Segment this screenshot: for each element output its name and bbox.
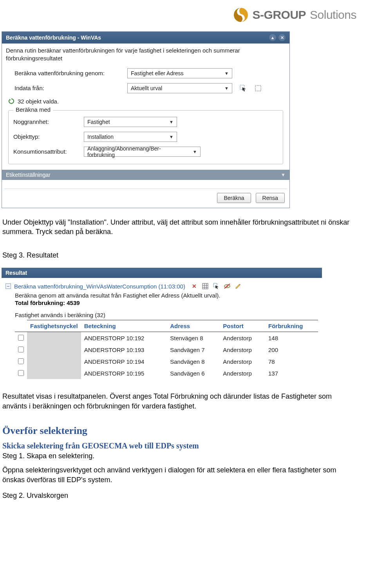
table-header-row: Fastighetsnyckel Beteckning Adress Posto… [15, 320, 318, 332]
accuracy-label: Noggrannhet: [12, 118, 84, 125]
indata-value: Aktuellt urval [131, 85, 162, 91]
logo-text-light: Solutions [310, 8, 356, 22]
result-title: Resultat [2, 268, 322, 278]
result-subheading: Fastighet används i beräkning (32) [2, 310, 322, 320]
col-postort[interactable]: Postort [220, 320, 265, 332]
cell-forbrukning: 78 [265, 356, 318, 367]
cell-postort: Anderstorp [220, 356, 265, 367]
cell-fastighetsnyckel [27, 367, 81, 379]
chevron-down-icon: ▼ [193, 149, 197, 154]
result-link[interactable]: Beräkna vattenförbrukning_WinVAsWaterCon… [14, 283, 185, 290]
svg-rect-3 [202, 283, 208, 289]
eye-off-icon[interactable] [224, 283, 231, 290]
calc-with-fieldset: Beräkna med Noggrannhet: Fastighet ▼ Obj… [8, 110, 283, 164]
cell-fastighetsnyckel [27, 332, 81, 344]
cell-adress: Stenvägen 8 [167, 332, 220, 344]
doc-paragraph: Resultatet visas i resultatpanelen. Över… [2, 392, 356, 411]
status-text: 32 objekt valda. [18, 98, 59, 105]
indata-select[interactable]: Aktuellt urval ▼ [127, 83, 232, 93]
result-table: Fastighetsnyckel Beteckning Adress Posto… [15, 320, 318, 379]
consumption-attr-value: Anlaggning/Abonnemang/Ber-forbrukning [87, 145, 188, 158]
step-heading: Steg 2. Urvalskorgen [2, 491, 356, 500]
clear-button[interactable]: Rensa [256, 193, 285, 203]
result-meta: Beräkna genom att använda resultat från … [2, 291, 322, 299]
subheading-send: Skicka selektering från GEOSECMA web til… [2, 441, 356, 450]
objecttype-select[interactable]: Installation ▼ [84, 132, 177, 142]
cell-postort: Anderstorp [220, 332, 265, 344]
col-beteckning[interactable]: Beteckning [81, 320, 167, 332]
edit-icon[interactable] [235, 283, 242, 290]
chevron-down-icon: ▼ [224, 86, 229, 91]
refresh-icon[interactable] [8, 98, 14, 104]
svg-rect-2 [255, 85, 261, 91]
label-settings-title: Etikettinställningar [6, 172, 51, 178]
dialog-title: Beräkna vattenförbrukning - WinVAs [6, 34, 269, 41]
heading-transfer: Överför selektering [2, 425, 356, 437]
objecttype-value: Installation [87, 134, 114, 140]
col-fastighetsnyckel[interactable]: Fastighetsnyckel [27, 320, 81, 332]
objecttype-label: Objekttyp: [12, 133, 84, 140]
collapse-icon[interactable]: ▲ [269, 34, 276, 41]
collapse-button[interactable]: − [5, 283, 11, 289]
cell-beteckning: ANDERSTORP 10:194 [81, 356, 167, 367]
accuracy-select[interactable]: Fastighet ▼ [84, 117, 177, 127]
cell-fastighetsnyckel [27, 356, 81, 367]
cell-beteckning: ANDERSTORP 10:192 [81, 332, 167, 344]
consumption-attr-select[interactable]: Anlaggning/Abonnemang/Ber-forbrukning ▼ [84, 147, 201, 157]
calc-by-label: Beräkna vattenförbrukning genom: [6, 70, 127, 76]
row-checkbox[interactable] [18, 347, 24, 352]
cell-postort: Anderstorp [220, 367, 265, 379]
logo-text-bold: S-GROUP [253, 8, 306, 22]
close-icon[interactable]: ✕ [278, 34, 286, 41]
doc-paragraph: Under Objekttyp välj "Installation". Und… [2, 218, 356, 237]
table-row[interactable]: ANDERSTORP 10:193 Sandvägen 7 Anderstorp… [15, 344, 318, 356]
cell-postort: Anderstorp [220, 344, 265, 356]
table-icon[interactable] [202, 283, 209, 290]
cell-adress: Sandvägen 6 [167, 367, 220, 379]
calc-dialog: Beräkna vattenförbrukning - WinVAs ▲ ✕ D… [2, 31, 290, 208]
consumption-attr-label: Konsumtionsattribut: [12, 148, 84, 155]
delete-icon[interactable]: ✕ [191, 283, 198, 290]
calculate-button[interactable]: Beräkna [217, 193, 251, 203]
chevron-down-icon: ▼ [169, 134, 174, 139]
cell-fastighetsnyckel [27, 344, 81, 356]
chevron-down-icon: ▼ [281, 172, 286, 178]
cell-forbrukning: 137 [265, 367, 318, 379]
result-total: Total förbrukning: 4539 [2, 299, 322, 310]
table-row[interactable]: ANDERSTORP 10:194 Sandvägen 8 Anderstorp… [15, 356, 318, 367]
selection-pointer-icon[interactable] [239, 84, 247, 92]
cell-beteckning: ANDERSTORP 10:193 [81, 344, 167, 356]
cell-adress: Sandvägen 7 [167, 344, 220, 356]
calc-by-select[interactable]: Fastighet eller Adress ▼ [127, 68, 232, 78]
result-panel: Resultat − Beräkna vattenförbrukning_Win… [2, 268, 322, 379]
col-forbrukning[interactable]: Förbrukning [265, 320, 318, 332]
logo-bar: S-GROUP Solutions [0, 0, 376, 27]
col-adress[interactable]: Adress [167, 320, 220, 332]
cell-forbrukning: 148 [265, 332, 318, 344]
label-settings-header[interactable]: Etikettinställningar ▼ [2, 170, 289, 180]
selection-pointer-icon[interactable] [213, 283, 220, 290]
chevron-down-icon: ▼ [169, 120, 174, 124]
dialog-intro: Denna rutin beräknar vattenförbrukningen… [6, 47, 286, 66]
indata-label: Indata från: [6, 85, 127, 91]
doc-paragraph: Öppna selekteringsverktyget och använd v… [2, 465, 356, 485]
row-checkbox[interactable] [18, 370, 24, 376]
step-heading: Steg 1. Skapa en selektering. [2, 451, 356, 461]
calc-by-value: Fastighet eller Adress [131, 70, 184, 76]
fieldset-legend: Beräkna med [13, 106, 53, 113]
brand-logo: S-GROUP Solutions [233, 7, 356, 23]
table-row[interactable]: ANDERSTORP 10:195 Sandvägen 6 Anderstorp… [15, 367, 318, 379]
cell-beteckning: ANDERSTORP 10:195 [81, 367, 167, 379]
selection-rect-icon[interactable] [254, 84, 262, 92]
accuracy-value: Fastighet [87, 119, 110, 125]
dialog-titlebar[interactable]: Beräkna vattenförbrukning - WinVAs ▲ ✕ [2, 32, 289, 44]
logo-icon [233, 7, 249, 23]
row-checkbox[interactable] [18, 358, 24, 364]
chevron-down-icon: ▼ [224, 71, 229, 76]
table-row[interactable]: ANDERSTORP 10:192 Stenvägen 8 Anderstorp… [15, 332, 318, 344]
cell-forbrukning: 200 [265, 344, 318, 356]
cell-adress: Sandvägen 8 [167, 356, 220, 367]
step-heading: Steg 3. Resultatet [2, 250, 356, 260]
row-checkbox[interactable] [18, 335, 24, 341]
